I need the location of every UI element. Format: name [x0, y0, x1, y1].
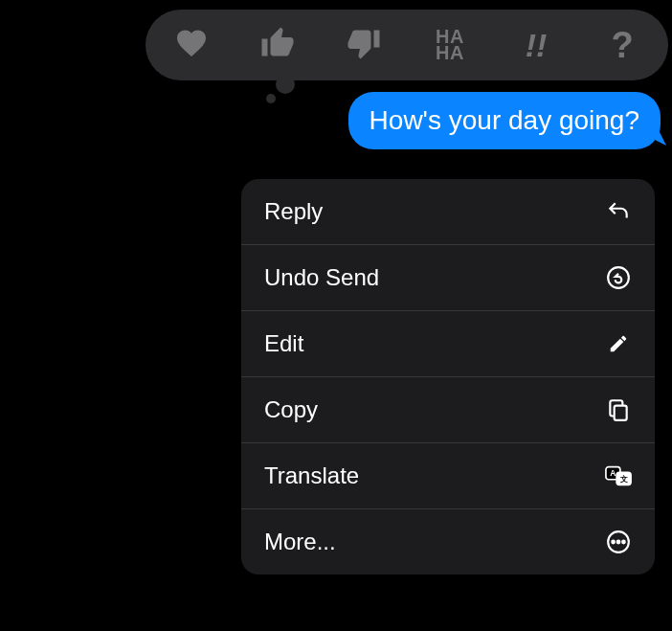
svg-rect-1 — [615, 406, 627, 420]
menu-reply-label: Reply — [264, 198, 323, 225]
svg-point-8 — [617, 541, 620, 544]
more-icon — [605, 529, 632, 555]
menu-edit-label: Edit — [264, 330, 303, 357]
menu-translate[interactable]: Translate A 文 — [241, 443, 655, 509]
question-icon: ? — [611, 25, 633, 66]
menu-undo-send[interactable]: Undo Send — [241, 245, 655, 311]
menu-more[interactable]: More... — [241, 509, 655, 575]
haha-icon: HA HA — [436, 29, 464, 61]
thumbs-up-icon — [260, 26, 295, 64]
edit-icon — [605, 330, 632, 357]
svg-point-9 — [622, 541, 625, 544]
menu-copy-label: Copy — [264, 396, 318, 423]
reaction-tail — [276, 75, 295, 94]
menu-undo-send-label: Undo Send — [264, 264, 379, 291]
menu-more-label: More... — [264, 529, 336, 555]
exclaim-icon: !! — [526, 27, 548, 64]
svg-text:A: A — [610, 468, 616, 478]
reaction-exclaim[interactable]: !! — [517, 26, 555, 64]
reaction-question[interactable]: ? — [603, 26, 641, 64]
menu-translate-label: Translate — [264, 462, 359, 489]
reaction-thumbs-down[interactable] — [345, 26, 383, 64]
heart-icon — [174, 26, 209, 64]
reaction-thumbs-up[interactable] — [258, 26, 297, 64]
reaction-heart[interactable] — [172, 26, 211, 64]
menu-reply[interactable]: Reply — [241, 179, 655, 245]
translate-icon: A 文 — [605, 462, 632, 489]
reaction-haha[interactable]: HA HA — [431, 26, 469, 64]
svg-point-7 — [612, 541, 615, 544]
reaction-tail-small — [266, 94, 276, 103]
copy-icon — [605, 396, 632, 423]
reply-icon — [605, 198, 632, 225]
message-bubble[interactable]: How's your day going? — [348, 92, 661, 149]
thumbs-down-icon — [347, 26, 381, 64]
message-text: How's your day going? — [370, 105, 639, 135]
svg-text:文: 文 — [619, 474, 628, 484]
menu-edit[interactable]: Edit — [241, 311, 655, 377]
undo-icon — [605, 264, 632, 291]
menu-copy[interactable]: Copy — [241, 377, 655, 443]
reaction-bar: HA HA !! ? — [146, 10, 668, 80]
context-menu: Reply Undo Send Edit Copy — [241, 179, 655, 575]
